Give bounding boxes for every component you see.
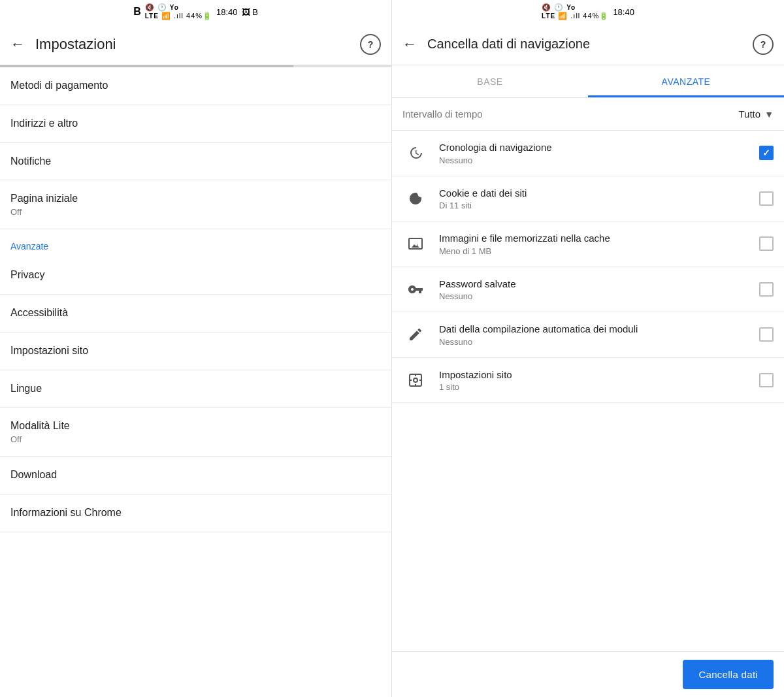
left-help-button[interactable]: ? [360,34,381,55]
settings-item-privacy[interactable]: Privacy [0,257,391,295]
left-panel-title: Impostazioni [35,36,360,53]
right-panel-title: Cancella dati di navigazione [427,37,753,52]
tab-advanced[interactable]: AVANZATE [588,65,784,97]
status-icons-left: 🔇 🕐 YoLTE 📶 .ıll 44%🔋 [145,3,212,20]
status-icons-right: 🔇 🕐 YoLTE 📶 .ıll 44%🔋 [542,3,609,20]
advanced-section-label: Avanzate [0,229,391,257]
clear-item-history[interactable]: Cronologia di navigazione Nessuno [392,131,784,176]
settings-item-site-settings[interactable]: Impostazioni sito [0,332,391,370]
clear-item-passwords[interactable]: Password salvate Nessuno [392,267,784,313]
time-range-label: Intervallo di tempo [402,108,739,120]
action-bar: Cancella dati [392,651,784,697]
site-settings-icon [402,372,429,388]
status-bar: B 🔇 🕐 YoLTE 📶 .ıll 44%🔋 18:40 🖼 B 🔇 🕐 Yo… [0,0,784,24]
image-icon [402,236,429,251]
time-right: 18:40 [613,7,634,17]
status-bar-right: 🔇 🕐 YoLTE 📶 .ıll 44%🔋 18:40 [392,0,784,24]
clear-item-cookies[interactable]: Cookie e dati dei siti Di 11 siti [392,176,784,222]
checkbox-cookies[interactable] [759,191,774,206]
clear-item-site-settings-text: Impostazioni sito 1 sito [439,368,759,393]
tabs-container: BASE AVANZATE [392,65,784,98]
checkbox-history[interactable] [759,146,774,160]
checkbox-site-settings[interactable] [759,373,774,387]
time-range-row[interactable]: Intervallo di tempo Tutto ▼ [392,98,784,131]
cookie-icon [402,191,429,206]
main-content: ← Impostazioni ? Metodi di pagamento Ind… [0,24,784,697]
settings-item-about-chrome[interactable]: Informazioni su Chrome [0,494,391,532]
svg-point-6 [414,378,417,382]
brand-left: B [133,6,141,18]
left-back-button[interactable]: ← [10,36,25,53]
settings-item-addresses[interactable]: Indirizzi e altro [0,105,391,143]
spacer [392,403,784,651]
settings-item-notifications[interactable]: Notifiche [0,143,391,181]
clock-icon [402,145,429,161]
clear-item-passwords-text: Password salvate Nessuno [439,278,759,302]
extra-icons-left: 🖼 B [242,7,258,17]
clear-item-cache[interactable]: Immagini e file memorizzati nella cache … [392,221,784,267]
time-range-value: Tutto [739,108,761,120]
settings-item-download[interactable]: Download [0,457,391,494]
right-back-button[interactable]: ← [402,36,417,53]
left-panel: ← Impostazioni ? Metodi di pagamento Ind… [0,24,392,697]
clear-item-cache-text: Immagini e file memorizzati nella cache … [439,232,759,256]
right-help-button[interactable]: ? [753,34,774,55]
checkbox-cache[interactable] [759,236,774,251]
clear-item-site-settings[interactable]: Impostazioni sito 1 sito [392,358,784,404]
time-left: 18:40 [216,7,238,17]
left-panel-header: ← Impostazioni ? [0,24,391,65]
dropdown-arrow-icon: ▼ [764,109,774,120]
checkbox-passwords[interactable] [759,282,774,297]
edit-icon [402,327,429,342]
settings-item-homepage[interactable]: Pagina iniziale Off [0,180,391,229]
key-icon [402,282,429,297]
clear-item-autofill[interactable]: Dati della compilazione automatica dei m… [392,312,784,358]
settings-item-languages[interactable]: Lingue [0,370,391,408]
clear-item-history-text: Cronologia di navigazione Nessuno [439,141,759,165]
status-bar-left: B 🔇 🕐 YoLTE 📶 .ıll 44%🔋 18:40 🖼 B [0,0,392,24]
right-panel: ← Cancella dati di navigazione ? BASE AV… [392,24,784,697]
cancel-data-button[interactable]: Cancella dati [683,660,774,689]
tab-base[interactable]: BASE [392,65,588,97]
settings-item-payment[interactable]: Metodi di pagamento [0,67,391,105]
clear-item-autofill-text: Dati della compilazione automatica dei m… [439,323,759,347]
checkbox-autofill[interactable] [759,327,774,342]
right-panel-header: ← Cancella dati di navigazione ? [392,24,784,65]
settings-item-accessibility[interactable]: Accessibilità [0,295,391,332]
clear-item-cookies-text: Cookie e dati dei siti Di 11 siti [439,187,759,211]
settings-item-lite-mode[interactable]: Modalità Lite Off [0,408,391,457]
